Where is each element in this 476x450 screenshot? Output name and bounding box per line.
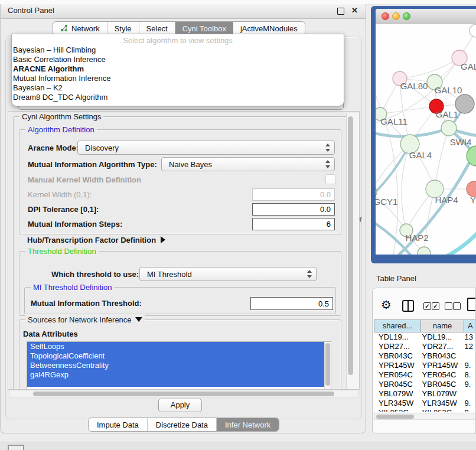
minimize-traffic-light[interactable]	[392, 12, 400, 20]
network-node-label: GAL80	[400, 81, 428, 91]
sources-toggle[interactable]: Sources for Network Inference	[25, 315, 145, 324]
network-node-label: SWI4	[450, 137, 472, 147]
tab-label: jActiveMNodules	[240, 24, 298, 33]
table-row[interactable]: YIL052C YIL052C 9.	[374, 408, 476, 412]
table-row[interactable]: YDR27... YDR27... 12	[374, 342, 476, 351]
tab-label: Select	[146, 24, 168, 33]
close-icon[interactable]: ✕	[351, 6, 358, 15]
mi-algorithm-type-label: Mutual Information Algorithm Type:	[28, 160, 157, 169]
dropdown-item[interactable]: ARACNE Algorithm	[12, 64, 344, 74]
data-attributes-list[interactable]: SelfLoops TopologicalCoefficient Between…	[27, 341, 331, 390]
close-traffic-light[interactable]	[382, 12, 389, 20]
mi-steps-label: Mutual Information Steps:	[28, 220, 122, 229]
float-window-icon[interactable]	[337, 8, 344, 15]
dropdown-item[interactable]: Basic Correlation Inference	[12, 55, 344, 64]
cell-name: YER054C	[420, 370, 461, 380]
selected-value: MI Threshold	[147, 270, 307, 279]
scrollbar-thumb[interactable]	[33, 392, 334, 396]
network-node-label: HAP4	[435, 195, 458, 205]
tab-discretize-data[interactable]: Discretize Data	[148, 418, 217, 431]
cell-value	[461, 351, 476, 361]
dpi-tolerance-field[interactable]	[252, 203, 335, 216]
aracne-mode-select[interactable]: Discovery	[77, 141, 335, 155]
kernel-width-field[interactable]	[252, 188, 335, 201]
network-edge[interactable]	[380, 106, 436, 114]
table-row[interactable]: YBL079W YBL079W	[374, 389, 476, 399]
checked-checkbox-icon[interactable]: ✓	[423, 302, 431, 310]
cell-value: 12	[461, 342, 476, 351]
group-title: Cyni Algorithm Settings	[19, 112, 103, 121]
network-node-label: GAL11	[380, 116, 407, 126]
table-row[interactable]: YLR345W YLR345W 9.	[374, 399, 476, 408]
selected-value: Naive Bayes	[169, 160, 325, 169]
cell-shared-name: YLR345W	[374, 399, 420, 408]
column-header-partial[interactable]: A	[464, 319, 476, 332]
table-row[interactable]: YPR145W YPR145W 9.	[374, 361, 476, 370]
table-horizontal-scrollbar[interactable]	[374, 413, 476, 420]
mi-steps-field[interactable]	[252, 218, 335, 230]
attribute-item[interactable]: BetweennessCentrality	[27, 361, 325, 370]
network-canvas[interactable]: GALGAL80GAL10GAL1GAL11SWI4GAL4GCY1HAP4YH…	[376, 24, 476, 255]
settings-horizontal-scrollbar[interactable]	[9, 390, 358, 397]
scrollbar-thumb[interactable]	[325, 343, 330, 386]
table-rows: YDL19... YDL19... 13 YDR27... YDR27... 1…	[374, 332, 476, 412]
network-node[interactable]	[470, 24, 476, 37]
checked-checkbox-icon[interactable]: ✓	[432, 302, 439, 310]
apply-button[interactable]: Apply	[158, 399, 202, 412]
which-threshold-select[interactable]: MI Threshold	[139, 267, 317, 281]
column-header-shared-name[interactable]: shared...	[374, 319, 421, 332]
desktop-bottom-strip	[0, 442, 476, 450]
control-panel-window: Control Panel ✕ Network Style Select Cyn…	[0, 4, 366, 433]
manual-kernel-width-checkbox[interactable]	[325, 174, 335, 184]
data-attributes-label: Data Attributes	[23, 330, 78, 338]
tab-label: Style	[115, 24, 132, 33]
cell-value: 13	[461, 332, 476, 342]
dropdown-item[interactable]: Mutual Information Inference	[12, 74, 344, 83]
dropdown-item[interactable]: Bayesian – Hill Climbing	[12, 45, 344, 55]
network-node-label: GAL4	[409, 150, 432, 160]
cell-shared-name: YER054C	[374, 370, 420, 380]
group-title: MI Threshold Definition	[31, 283, 114, 292]
scrollbar-thumb[interactable]	[348, 116, 353, 375]
control-panel-titlebar[interactable]: Control Panel ✕	[1, 4, 366, 19]
network-node-label: GAL10	[435, 85, 462, 95]
cyni-settings-scrollpane: Cyni Algorithm Settings Algorithm Defini…	[8, 111, 360, 390]
unchecked-checkbox-icon[interactable]	[445, 302, 452, 310]
dpi-tolerance-label: DPI Tolerance [0,1]:	[28, 205, 99, 214]
scrollbar-thumb[interactable]	[376, 415, 414, 419]
tab-infer-network[interactable]: Infer Network	[217, 418, 279, 431]
network-edge[interactable]	[445, 232, 476, 255]
cell-name: YPR145W	[420, 361, 461, 370]
attributes-vertical-scrollbar[interactable]	[324, 342, 331, 389]
table-row[interactable]: YBR043C YBR043C	[374, 351, 476, 361]
dropdown-item[interactable]: Dream8 DC_TDC Algorithm	[12, 93, 344, 102]
unchecked-checkbox-icon[interactable]	[453, 302, 461, 310]
attribute-item[interactable]: gal4RGexp	[27, 370, 325, 380]
minimized-window-icon[interactable]	[8, 445, 24, 450]
sources-title: Sources for Network Inference	[28, 315, 132, 324]
columns-icon[interactable]	[402, 300, 414, 312]
table-row[interactable]: YER054C YER054C 8.	[374, 370, 476, 380]
gear-icon[interactable]: ⚙	[381, 299, 392, 311]
settings-vertical-scrollbar[interactable]	[346, 113, 360, 389]
cell-name: YIL052C	[420, 408, 461, 412]
cell-shared-name: YBL079W	[374, 389, 420, 399]
table-row[interactable]: YDL19... YDL19... 13	[374, 332, 476, 342]
document-icon[interactable]	[467, 298, 476, 311]
attribute-item[interactable]: SelfLoops	[27, 342, 325, 351]
column-header-name[interactable]: name	[420, 319, 464, 332]
zoom-traffic-light[interactable]	[403, 12, 410, 20]
table-panel: ⚙ ✓ ✓ shared... name A YDL19... YDL19...…	[372, 288, 476, 434]
hub-definition-toggle[interactable]: Hub/Transcription Factor Definition	[27, 236, 165, 244]
mi-algorithm-type-select[interactable]: Naive Bayes	[161, 157, 335, 171]
cell-shared-name: YDR27...	[374, 342, 420, 351]
network-window-titlebar[interactable]	[376, 9, 476, 25]
network-node-swi4[interactable]	[441, 120, 457, 136]
combo-stepper-icon	[325, 144, 330, 152]
table-row[interactable]: YBR045C YBR045C 9.	[374, 380, 476, 389]
network-edge[interactable]	[435, 128, 449, 189]
dropdown-item[interactable]: Bayesian – K2	[12, 83, 344, 93]
tab-impute-data[interactable]: Impute Data	[89, 418, 148, 431]
mi-threshold-field[interactable]	[250, 297, 333, 310]
attribute-item[interactable]: TopologicalCoefficient	[27, 351, 325, 361]
